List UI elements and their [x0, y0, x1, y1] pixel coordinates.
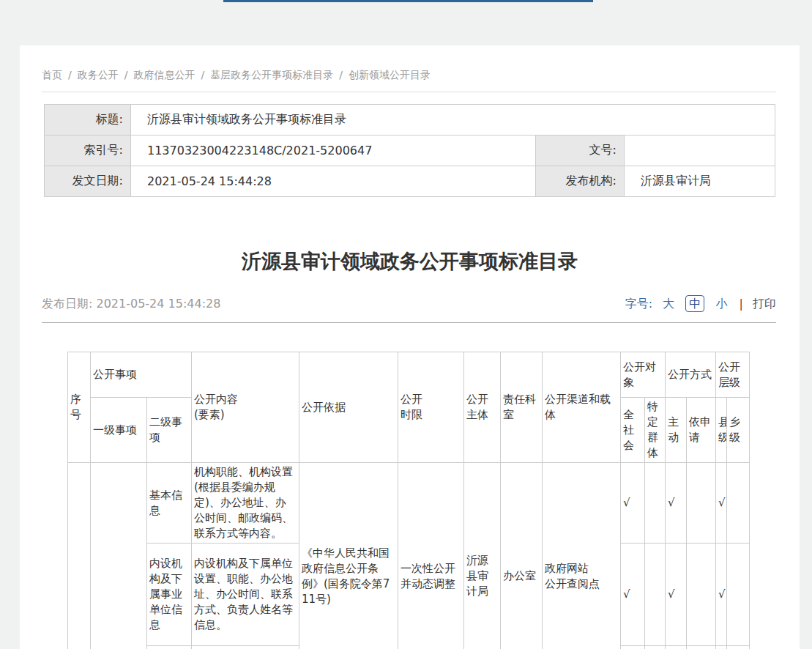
breadcrumb-zwgk[interactable]: 政务公开: [78, 69, 119, 81]
font-size-medium-button[interactable]: 中: [685, 295, 704, 312]
meta-index-value: 11370323004223148C/2021-5200647: [131, 136, 536, 166]
breadcrumb-separator: /: [124, 69, 128, 81]
col-header-gongkai-shixiang: 公开事项: [91, 352, 192, 398]
meta-index-label: 索引号:: [45, 136, 131, 166]
cell-zeren-keshi: 办公室: [501, 463, 543, 649]
cell-gongkai-yiju: 《中华人民共和国政府信息公开条例》(国务院令第711号): [299, 463, 398, 649]
meta-table: 标题: 沂源县审计领域政务公开事项标准目录 索引号: 1137032300422…: [44, 104, 775, 197]
cell-erji-shixiang: [147, 646, 192, 649]
breadcrumb-home[interactable]: 首页: [42, 69, 62, 81]
article-divider: [42, 322, 776, 323]
check-zhudong: [666, 646, 687, 649]
breadcrumb-zfxxgk[interactable]: 政府信息公开: [133, 69, 195, 81]
cell-gongkai-neirong: [192, 646, 299, 649]
meta-agency-label: 发布机构:: [536, 166, 625, 197]
col-header-erji-shixiang: 二级事项: [147, 398, 192, 463]
check-quanshehui: √: [621, 463, 645, 544]
check-xiangji: [727, 646, 750, 649]
breadcrumb: 首页/政务公开/政府信息公开/基层政务公开事项标准目录/创新领域公开目录: [42, 69, 778, 84]
col-header-gongkai-yiju: 公开依据: [299, 352, 398, 463]
table-row: 基本信息 机构职能、机构设置(根据县委编办规定)、办公地址、办公时间、邮政编码、…: [68, 463, 750, 544]
col-header-gongkai-qudao: 公开渠道和载体: [543, 352, 621, 463]
col-header-gongkai-shixian: 公开 时限: [398, 352, 464, 463]
breadcrumb-jczwgk[interactable]: 基层政务公开事项标准目录: [210, 69, 333, 81]
catalog-table: 序号 公开事项 公开内容 (要素) 公开依据 公开 时限 公开主体 责任科室 公…: [67, 352, 750, 649]
check-quanshehui: [621, 646, 645, 649]
publish-date: 发布日期: 2021-05-24 15:44:28: [42, 297, 220, 312]
meta-row-title: 标题: 沂源县审计领域政务公开事项标准目录: [45, 105, 775, 136]
check-quanshehui: √: [621, 544, 645, 646]
col-header-gongkai-zhuti: 公开主体: [464, 352, 501, 463]
check-xiangji: [727, 463, 750, 544]
check-yishenqing: [687, 646, 716, 649]
cell-gongkai-shixian: 一次性公开并动态调整: [398, 463, 464, 649]
publish-row: 发布日期: 2021-05-24 15:44:28 字号: 大 中 小 | 打印: [42, 297, 776, 313]
meta-date-label: 发文日期:: [45, 166, 131, 197]
check-xianji: [716, 646, 727, 649]
col-header-xiangji: 乡级: [727, 398, 750, 463]
check-yishenqing: [687, 463, 716, 544]
content-card: 首页/政务公开/政府信息公开/基层政务公开事项标准目录/创新领域公开目录 标题:…: [20, 45, 800, 649]
cell-erji-shixiang: 内设机构及下属事业单位信息: [147, 544, 192, 646]
check-zhudong: √: [666, 544, 687, 646]
col-header-gongkai-cengji: 公开层级: [716, 352, 750, 398]
meta-title-label: 标题:: [45, 105, 131, 136]
col-header-teding-qunti: 特定群体: [645, 398, 666, 463]
cell-erji-shixiang: 基本信息: [147, 463, 192, 544]
breadcrumb-underline: [42, 92, 776, 92]
col-header-gongkai-fangshi: 公开方式: [666, 352, 716, 398]
top-nav-bar: [223, 0, 593, 2]
breadcrumb-cxly[interactable]: 创新领域公开目录: [349, 69, 431, 81]
cell-yiji-shixiang: [91, 463, 147, 649]
breadcrumb-separator: /: [339, 69, 343, 81]
col-header-quanshehui: 全社会: [621, 398, 645, 463]
page-title: 沂源县审计领域政务公开事项标准目录: [20, 248, 800, 275]
breadcrumb-separator: /: [68, 69, 72, 81]
meta-row-index: 索引号: 11370323004223148C/2021-5200647 文号:: [45, 136, 775, 166]
meta-title-value: 沂源县审计领域政务公开事项标准目录: [131, 105, 775, 136]
font-size-large-button[interactable]: 大: [663, 297, 674, 311]
meta-docnum-label: 文号:: [536, 136, 625, 166]
col-header-yishenqing: 依申请: [687, 398, 716, 463]
print-button[interactable]: 打印: [753, 297, 776, 311]
meta-row-date: 发文日期: 2021-05-24 15:44:28 发布机构: 沂源县审计局: [45, 166, 775, 197]
breadcrumb-separator: /: [201, 69, 204, 81]
check-teding-qunti: [645, 463, 666, 544]
meta-docnum-value: [625, 136, 775, 166]
check-xiangji: [727, 544, 750, 646]
check-yishenqing: [687, 544, 716, 646]
font-size-widget: 字号: 大 中 小 | 打印: [625, 297, 776, 312]
cell-gongkai-neirong: 内设机构及下属单位设置、职能、办公地址、办公时间、联系方式、负责人姓名等信息。: [192, 544, 299, 646]
col-header-xianji: 县级: [716, 398, 727, 463]
check-xianji: √: [716, 463, 727, 544]
cell-gongkai-qudao: 政府网站 公开查阅点: [543, 463, 621, 649]
meta-date-value: 2021-05-24 15:44:28: [131, 166, 536, 197]
col-header-gongkai-neirong: 公开内容 (要素): [192, 352, 299, 463]
col-header-yiji-shixiang: 一级事项: [91, 398, 147, 463]
meta-agency-value: 沂源县审计局: [625, 166, 775, 197]
font-size-label: 字号:: [625, 297, 652, 311]
publish-date-label: 发布日期:: [42, 297, 92, 311]
font-size-small-button[interactable]: 小: [715, 297, 727, 311]
cell-xuhao: [68, 463, 91, 649]
cell-gongkai-neirong: 机构职能、机构设置(根据县委编办规定)、办公地址、办公时间、邮政编码、联系方式等…: [192, 463, 299, 544]
check-zhudong: √: [666, 463, 687, 544]
check-xianji: √: [716, 544, 727, 646]
check-teding-qunti: [645, 646, 666, 649]
col-header-zeren-keshi: 责任科室: [501, 352, 543, 463]
col-header-gongkai-duixiang: 公开对象: [621, 352, 666, 398]
check-teding-qunti: [645, 544, 666, 646]
col-header-zhudong: 主动: [666, 398, 687, 463]
publish-date-value: 2021-05-24 15:44:28: [96, 297, 220, 311]
header-row-1: 序号 公开事项 公开内容 (要素) 公开依据 公开 时限 公开主体 责任科室 公…: [68, 352, 750, 398]
col-header-xuhao: 序号: [68, 352, 91, 463]
cell-gongkai-zhuti: 沂源县审计局: [464, 463, 501, 649]
print-separator: |: [740, 297, 743, 311]
